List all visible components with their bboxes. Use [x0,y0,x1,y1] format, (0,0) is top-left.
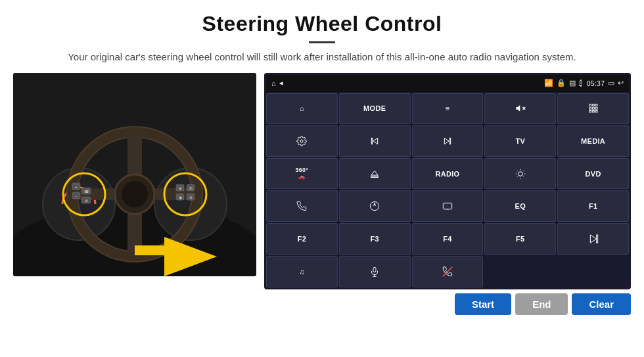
header-subtitle: Your original car's steering wheel contr… [26,50,618,65]
wifi-icon: 📶 [544,79,553,87]
music-button[interactable]: ♫ [266,256,338,287]
empty-1 [484,256,556,287]
svg-rect-62 [443,203,451,209]
svg-marker-45 [373,138,378,144]
svg-line-58 [517,177,518,177]
menu-button[interactable]: ≡ [412,93,484,125]
status-right-icons: 📶 🔒 ▤ ₿ 05:37 ▭ ↩ [544,79,624,87]
svg-rect-65 [596,235,597,243]
svg-text:☎: ☎ [84,190,89,194]
end-button[interactable]: End [515,293,568,315]
eq-button[interactable]: EQ [484,190,556,222]
svg-line-55 [523,177,524,177]
tv-button[interactable]: TV [484,125,556,157]
svg-rect-66 [373,267,376,272]
svg-rect-42 [592,111,594,113]
screen-button[interactable] [412,190,484,222]
home-status-icon: ⌂ [271,79,276,87]
title-divider [309,41,335,43]
eject-button[interactable] [339,158,411,190]
header-section: Steering Wheel Control Your original car… [0,0,644,73]
time-display: 05:37 [586,79,605,87]
f5-button[interactable]: F5 [484,223,556,255]
mute-button[interactable] [484,93,556,125]
navigation-button[interactable] [339,190,411,222]
clear-button[interactable]: Clear [572,293,631,315]
svg-rect-37 [595,104,597,106]
svg-rect-35 [589,104,591,106]
svg-marker-47 [444,138,449,144]
f3-button[interactable]: F3 [339,223,411,255]
next-button[interactable] [412,125,484,157]
steering-wheel-image: + - ☎ ⊕ ◈ ⊞ ◉ ⊕ [13,73,256,276]
page-title: Steering Wheel Control [26,12,618,36]
svg-rect-38 [589,108,591,110]
svg-line-54 [517,170,518,171]
microphone-button[interactable] [339,256,411,287]
window-icon: ▭ [608,79,614,87]
status-left-icons: ⌂ ◂ [271,79,283,87]
svg-text:⊞: ⊞ [189,186,193,190]
svg-point-44 [300,140,303,142]
svg-marker-61 [373,202,376,207]
bottom-bar: Start End Clear [0,289,644,319]
svg-marker-49 [371,171,379,175]
svg-line-59 [523,170,524,171]
sim-icon: ▤ [569,79,576,87]
svg-rect-48 [449,138,450,144]
svg-rect-46 [372,138,373,144]
svg-text:-: - [76,194,77,198]
svg-rect-36 [592,104,594,106]
svg-text:+: + [75,185,78,189]
f2-button[interactable]: F2 [266,223,338,255]
svg-rect-39 [592,108,594,110]
back-icon: ↩ [618,79,624,87]
svg-marker-32 [516,106,520,112]
svg-point-11 [122,181,148,207]
svg-marker-64 [590,235,596,243]
control-panel: ⌂ ◂ 📶 🔒 ▤ ₿ 05:37 ▭ ↩ ⌂ MODE ≡ [264,73,631,289]
hangup-button[interactable] [412,256,484,287]
360-button[interactable]: 360°🚗 [266,158,338,190]
dvd-button[interactable]: DVD [557,158,629,190]
brightness-button[interactable] [484,158,556,190]
svg-rect-40 [595,108,597,110]
f1-button[interactable]: F1 [557,190,629,222]
svg-text:◈: ◈ [179,186,182,190]
phone-button[interactable] [266,190,338,222]
content-area: + - ☎ ⊕ ◈ ⊞ ◉ ⊕ ⌂ [0,73,644,289]
svg-text:◉: ◉ [179,196,182,200]
f4-button[interactable]: F4 [412,223,484,255]
apps-button[interactable] [557,93,629,125]
svg-rect-50 [371,176,379,177]
status-bar: ⌂ ◂ 📶 🔒 ▤ ₿ 05:37 ▭ ↩ [266,75,629,92]
prev-button[interactable] [339,125,411,157]
start-button[interactable]: Start [455,293,511,315]
svg-rect-43 [595,111,597,113]
radio-button[interactable]: RADIO [412,158,484,190]
svg-text:⊕: ⊕ [189,196,193,200]
bluetooth-icon: ₿ [579,79,583,87]
play-pause-button[interactable] [557,223,629,255]
empty-2 [557,256,629,287]
svg-point-51 [518,171,522,176]
svg-rect-31 [135,245,166,255]
media-button[interactable]: MEDIA [557,125,629,157]
button-grid: ⌂ MODE ≡ TV MEDIA 360°🚗 [266,93,629,287]
home-button[interactable]: ⌂ [266,93,338,125]
svg-text:⊕: ⊕ [85,199,88,203]
lock-icon: 🔒 [557,79,566,87]
mode-button[interactable]: MODE [339,93,411,125]
svg-rect-41 [589,111,591,113]
nav-icon: ◂ [279,79,283,87]
settings-button[interactable] [266,125,338,157]
